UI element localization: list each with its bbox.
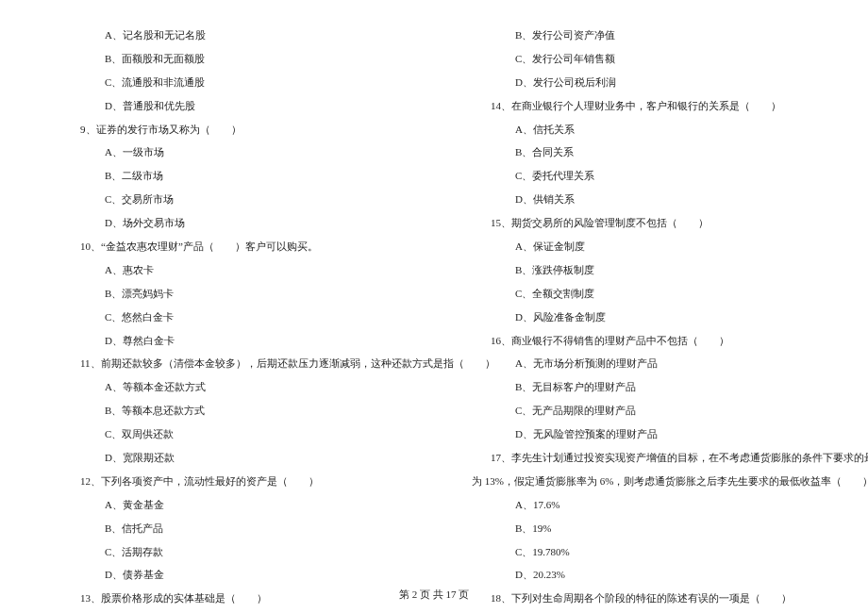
question-text: 15、期货交易所的风险管理制度不包括（ ） (491, 216, 821, 230)
option-text: A、记名股和无记名股 (80, 28, 410, 42)
question-text: 12、下列各项资产中，流动性最好的资产是（ ） (80, 474, 410, 489)
option-text: A、保证金制度 (491, 240, 821, 254)
option-text: D、无风险管控预案的理财产品 (491, 427, 821, 441)
option-text: A、无市场分析预测的理财产品 (491, 356, 821, 371)
question-text: 11、前期还款较多（清偿本金较多），后期还款压力逐渐减弱，这种还款方式是指（ ） (80, 356, 410, 371)
left-column: A、记名股和无记名股 B、面额股和无面额股 C、流通股和非流通股 D、普通股和优… (0, 28, 434, 613)
option-text: D、债券基金 (80, 568, 410, 582)
option-text: D、宽限期还款 (80, 451, 410, 465)
option-text: C、发行公司年销售额 (491, 52, 821, 66)
option-text: C、活期存款 (80, 545, 410, 559)
page-footer: 第 2 页 共 17 页 (0, 588, 868, 602)
option-text: B、等额本息还款方式 (80, 404, 410, 418)
option-text: A、等额本金还款方式 (80, 380, 410, 394)
question-text: 9、证券的发行市场又称为（ ） (80, 123, 410, 137)
option-text: D、尊然白金卡 (80, 334, 410, 348)
option-text: C、委托代理关系 (491, 169, 821, 183)
option-text: C、无产品期限的理财产品 (491, 404, 821, 418)
two-column-layout: A、记名股和无记名股 B、面额股和无面额股 C、流通股和非流通股 D、普通股和优… (0, 28, 868, 613)
option-text: D、20.23% (491, 568, 821, 582)
option-text: A、17.6% (491, 498, 821, 512)
option-text: C、全额交割制度 (491, 287, 821, 301)
right-column: B、发行公司资产净值 C、发行公司年销售额 D、发行公司税后利润 14、在商业银… (434, 28, 868, 613)
option-text: B、涨跌停板制度 (491, 263, 821, 277)
option-text: B、合同关系 (491, 145, 821, 159)
option-text: B、漂亮妈妈卡 (80, 287, 410, 301)
option-text: C、悠然白金卡 (80, 310, 410, 324)
option-text: B、二级市场 (80, 169, 410, 183)
option-text: D、风险准备金制度 (491, 310, 821, 324)
option-text: A、一级市场 (80, 145, 410, 159)
question-text: 14、在商业银行个人理财业务中，客户和银行的关系是（ ） (491, 99, 821, 113)
option-text: A、黄金基金 (80, 498, 410, 512)
option-text: C、交易所市场 (80, 192, 410, 207)
option-text: C、流通股和非流通股 (80, 75, 410, 90)
option-text: D、普通股和优先股 (80, 99, 410, 113)
option-text: B、面额股和无面额股 (80, 52, 410, 66)
option-text: A、信托关系 (491, 123, 821, 137)
option-text: B、发行公司资产净值 (491, 28, 821, 42)
option-text: B、无目标客户的理财产品 (491, 380, 821, 394)
option-text: D、场外交易市场 (80, 216, 410, 230)
option-text: D、发行公司税后利润 (491, 75, 821, 90)
option-text: A、惠农卡 (80, 263, 410, 277)
question-text: 16、商业银行不得销售的理财产品中不包括（ ） (491, 334, 821, 348)
question-text-cont: 为 13%，假定通货膨胀率为 6%，则考虑通货膨胀之后李先生要求的最低收益率（ … (472, 474, 821, 489)
option-text: C、19.780% (491, 545, 821, 559)
option-text: C、双周供还款 (80, 427, 410, 441)
option-text: D、供销关系 (491, 192, 821, 207)
option-text: B、19% (491, 522, 821, 536)
question-text: 10、“金益农惠农理财”产品（ ）客户可以购买。 (80, 240, 410, 254)
option-text: B、信托产品 (80, 522, 410, 536)
question-text: 17、李先生计划通过投资实现资产增值的目标，在不考虑通货膨胀的条件下要求的最低收… (491, 451, 821, 465)
